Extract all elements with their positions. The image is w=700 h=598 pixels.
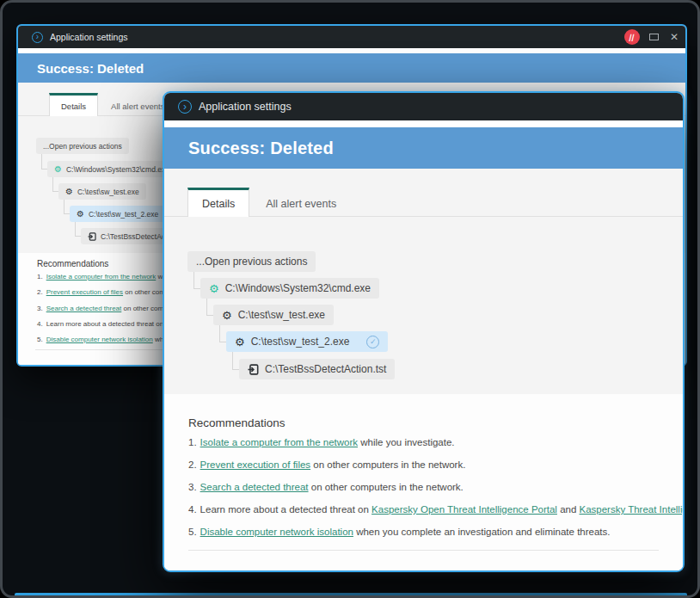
- app-circle-arrow-icon: ›: [32, 32, 43, 43]
- recommendation-link[interactable]: Search a detected threat: [46, 305, 122, 312]
- recommendation-link[interactable]: Isolate a computer from the network: [200, 437, 358, 447]
- recommendation-link[interactable]: Prevent execution of files: [46, 288, 123, 296]
- window-content: Details All alert events ...Open previou…: [164, 169, 683, 570]
- recommendation-link[interactable]: Isolate a computer from the network: [46, 273, 157, 281]
- tree-node-sw-test-2[interactable]: ⚙ C:\test\sw_test_2.exe ✓: [226, 331, 388, 352]
- recommendation-link[interactable]: Kaspersky Open Threat Intelligence Porta…: [371, 504, 557, 515]
- tab-details[interactable]: Details: [49, 93, 98, 116]
- recommendation-link[interactable]: Kaspersky Threat Intelligence Portal: [580, 504, 683, 515]
- recommendation-item: 1.Isolate a computer from the network wh…: [188, 437, 455, 447]
- tree-node-detect-file[interactable]: C:\TestBssDetectAction.tst: [239, 359, 395, 379]
- process-gear-icon: ⚙: [77, 210, 84, 219]
- tree-node-cmd[interactable]: ⚙ C:\Windows\System32\cmd.exe: [200, 278, 379, 299]
- status-banner-text: Success: Deleted: [37, 61, 144, 76]
- recommendation-link[interactable]: Disable computer network isolation: [200, 527, 353, 537]
- process-gear-icon: ⚙: [54, 165, 62, 174]
- alert-window-foreground: › Application settings Success: Deleted …: [163, 91, 685, 572]
- tab-details[interactable]: Details: [187, 188, 249, 217]
- titlebar-divider: [164, 120, 683, 127]
- window-title: Application settings: [50, 32, 127, 42]
- check-circle-icon[interactable]: ✓: [366, 336, 379, 348]
- status-banner: Success: Deleted: [18, 53, 685, 83]
- process-gear-icon: ⚙: [222, 310, 232, 321]
- desktop-backdrop: › Application settings || ✕ Success: Del…: [0, 0, 700, 598]
- recommendation-item: 5.Disable computer network isolation whe…: [188, 527, 610, 537]
- app-circle-arrow-icon: ›: [178, 100, 192, 114]
- recommendation-link[interactable]: Disable computer network isolation: [46, 336, 153, 343]
- open-previous-actions-button[interactable]: ...Open previous actions: [187, 251, 316, 272]
- process-gear-icon: ⚙: [209, 283, 219, 294]
- recommendation-item: 2.Prevent execution of files on other co…: [188, 459, 465, 470]
- titlebar[interactable]: › Application settings || ✕: [18, 26, 685, 48]
- recommendation-link[interactable]: Search a detected threat: [200, 482, 309, 492]
- tab-all-alert-events[interactable]: All alert events: [249, 190, 353, 217]
- parallels-badge-icon[interactable]: ||: [624, 29, 640, 45]
- tab-bar: Details All alert events: [187, 188, 353, 217]
- process-gear-icon: ⚙: [235, 336, 245, 348]
- recommendations-heading: Recommendations: [188, 416, 286, 429]
- status-banner-text: Success: Deleted: [188, 139, 334, 158]
- tree-node-sw-test[interactable]: ⚙ C:\test\sw_test.exe: [213, 305, 334, 325]
- tree-node-cmd[interactable]: ⚙ C:\Windows\System32\cmd.exe: [47, 161, 176, 177]
- restore-window-button[interactable]: [649, 34, 659, 40]
- open-previous-actions-button[interactable]: ...Open previous actions: [36, 138, 129, 154]
- titlebar[interactable]: › Application settings: [164, 93, 683, 120]
- file-import-icon: [248, 364, 259, 375]
- bottom-accent-strip: [15, 593, 687, 597]
- recommendations-heading: Recommendations: [37, 259, 108, 268]
- close-window-button[interactable]: ✕: [670, 32, 679, 42]
- recommendation-link[interactable]: Prevent execution of files: [200, 459, 311, 470]
- tree-node-sw-test[interactable]: ⚙ C:\test\sw_test.exe: [58, 183, 146, 200]
- tab-bar: Details All alert events: [49, 93, 177, 116]
- section-divider: [188, 550, 659, 551]
- recommendation-item: 4.Learn more about a detected threat on …: [188, 504, 683, 515]
- status-banner: Success: Deleted: [164, 127, 683, 169]
- recommendation-item: 3.Search a detected threat on other comp…: [188, 482, 464, 492]
- process-gear-icon: ⚙: [65, 188, 73, 196]
- file-import-icon: [88, 232, 96, 241]
- window-title: Application settings: [199, 101, 292, 113]
